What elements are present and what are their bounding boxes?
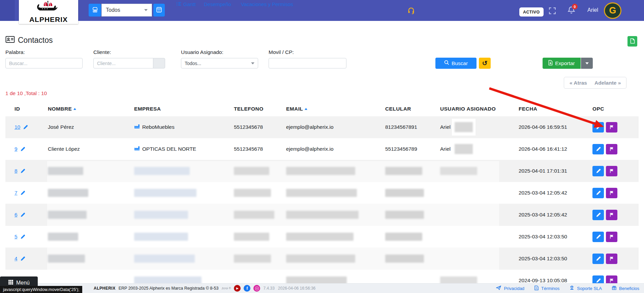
column-header[interactable]: FECHA bbox=[516, 101, 588, 116]
contact-id-link[interactable]: 6 bbox=[14, 212, 18, 218]
edit-pencil-icon[interactable] bbox=[23, 125, 28, 130]
edit-pencil-icon[interactable] bbox=[20, 212, 25, 217]
flag-button[interactable] bbox=[606, 144, 617, 154]
brand-logo[interactable]: ALPHERIX bbox=[19, 0, 78, 24]
reset-button[interactable]: ↺ bbox=[479, 58, 491, 69]
contact-id-link[interactable]: 9 bbox=[14, 146, 18, 152]
store-select[interactable]: Todos bbox=[101, 4, 152, 17]
cell-nombre bbox=[42, 226, 131, 247]
cell-opc bbox=[588, 226, 632, 247]
flag-button[interactable] bbox=[606, 188, 617, 198]
username-label[interactable]: Ariel bbox=[587, 7, 598, 13]
table-row: 72025-03-04 12:05:42 bbox=[5, 182, 639, 204]
cell-id: 8 bbox=[5, 160, 42, 182]
redacted-block bbox=[234, 211, 274, 219]
table-row: 82025-04-01 17:01:31 bbox=[5, 160, 639, 182]
edit-button[interactable] bbox=[592, 188, 604, 198]
facebook-icon[interactable]: f bbox=[244, 285, 250, 292]
contact-card-icon bbox=[5, 35, 15, 45]
cell-opc bbox=[588, 138, 632, 160]
contact-id-link[interactable]: 7 bbox=[14, 190, 18, 196]
flag-button[interactable] bbox=[606, 166, 617, 176]
support-headset-icon[interactable] bbox=[407, 7, 415, 16]
cell-fecha: 2025-03-04 12:03:50 bbox=[516, 248, 588, 269]
edit-pencil-icon[interactable] bbox=[20, 191, 25, 196]
redacted-block bbox=[48, 255, 85, 263]
contact-id-link[interactable]: 8 bbox=[14, 168, 18, 174]
cell-email bbox=[282, 248, 382, 269]
cell-fecha: 2025-04-01 17:01:31 bbox=[516, 160, 588, 182]
soporte-sla-link[interactable]: Soporte SLA bbox=[570, 286, 602, 291]
terminos-link[interactable]: Términos bbox=[534, 286, 559, 291]
column-header[interactable]: TELEFONO bbox=[231, 101, 282, 116]
flag-button[interactable] bbox=[606, 232, 617, 242]
contact-id-link[interactable]: 4 bbox=[14, 256, 18, 262]
column-header[interactable]: CELULAR bbox=[382, 101, 437, 116]
buscar-button[interactable]: Buscar bbox=[435, 58, 477, 69]
edit-button[interactable] bbox=[592, 210, 604, 220]
footer-brand: ALPHERIX bbox=[94, 286, 116, 291]
cell-celular bbox=[382, 204, 437, 226]
edit-button[interactable] bbox=[592, 254, 604, 264]
new-record-button[interactable] bbox=[627, 36, 637, 47]
youtube-icon[interactable]: ▶ bbox=[234, 285, 241, 292]
column-header[interactable]: USUARIO ASIGNADO bbox=[437, 101, 516, 116]
edit-pencil-icon[interactable] bbox=[20, 256, 25, 261]
nav-link-desempeno[interactable]: Desempeño bbox=[204, 1, 231, 7]
privacidad-link[interactable]: Privacidad bbox=[496, 286, 524, 291]
column-header[interactable]: EMPRESA bbox=[131, 101, 231, 116]
column-header[interactable]: NOMBRE bbox=[42, 101, 131, 116]
column-header[interactable]: OPC bbox=[588, 101, 632, 116]
column-header[interactable]: EMAIL bbox=[282, 101, 382, 116]
cliente-input[interactable] bbox=[93, 58, 153, 68]
fullscreen-icon[interactable] bbox=[549, 7, 556, 16]
user-avatar[interactable]: G bbox=[604, 2, 621, 19]
redacted-block bbox=[134, 211, 188, 219]
instagram-icon[interactable] bbox=[253, 285, 260, 292]
column-header[interactable]: ID bbox=[5, 101, 42, 116]
cell-usuario bbox=[437, 226, 516, 247]
gift-icon bbox=[612, 286, 616, 291]
nav-link-vacaciones[interactable]: Vacaciones y Permisos bbox=[241, 1, 293, 7]
file-icon bbox=[630, 38, 635, 45]
cell-celular bbox=[382, 182, 437, 204]
cell-telefono bbox=[231, 182, 282, 204]
contact-id-link[interactable]: 5 bbox=[14, 234, 18, 240]
redacted-surname bbox=[452, 141, 476, 157]
exportar-button[interactable]: Exportar bbox=[543, 58, 581, 69]
adelante-button[interactable]: Adelante » bbox=[594, 80, 621, 86]
contact-id-link[interactable]: 10 bbox=[14, 124, 20, 130]
cliente-lookup-button[interactable] bbox=[153, 58, 165, 68]
edit-button[interactable] bbox=[592, 166, 604, 176]
edit-pencil-icon[interactable] bbox=[20, 147, 25, 152]
edit-pencil-icon[interactable] bbox=[20, 234, 25, 239]
beneficios-link[interactable]: Beneficios bbox=[612, 286, 639, 291]
table-body: 10José PérezReboMuebles5512345678ejemplo… bbox=[5, 116, 639, 292]
redacted-block bbox=[385, 233, 422, 241]
calendar-button[interactable] bbox=[153, 4, 165, 17]
atras-button[interactable]: « Atras bbox=[570, 80, 587, 86]
footer-copyright: ERP 2003-2025 Alpherix es Marca Registra… bbox=[119, 286, 219, 291]
cell-id: 5 bbox=[5, 226, 42, 247]
palabra-input[interactable] bbox=[5, 58, 83, 68]
edit-button[interactable] bbox=[592, 122, 604, 133]
nav-link-gantt[interactable]: Gantt bbox=[176, 1, 196, 7]
cell-usuario bbox=[437, 182, 516, 204]
flag-button[interactable] bbox=[606, 210, 617, 220]
notifications-bell[interactable]: 0 bbox=[568, 6, 575, 16]
cell-usuario bbox=[437, 248, 516, 269]
cell-telefono bbox=[231, 160, 282, 182]
edit-button[interactable] bbox=[592, 232, 604, 242]
usuario-asignado-select[interactable]: Todos... bbox=[181, 58, 258, 68]
chevron-down-icon bbox=[585, 62, 589, 64]
table-row: 52025-03-04 12:03:50 bbox=[5, 226, 639, 248]
exportar-dropdown-button[interactable] bbox=[581, 58, 593, 69]
flag-button[interactable] bbox=[606, 122, 617, 133]
flag-button[interactable] bbox=[606, 254, 617, 264]
table-row: 62025-03-04 12:05:42 bbox=[5, 204, 639, 226]
store-filter-button[interactable] bbox=[89, 4, 101, 17]
edit-pencil-icon[interactable] bbox=[20, 169, 25, 174]
table-row: 42025-03-04 12:03:50 bbox=[5, 248, 639, 270]
movil-cp-input[interactable] bbox=[269, 58, 346, 68]
edit-button[interactable] bbox=[592, 144, 604, 154]
